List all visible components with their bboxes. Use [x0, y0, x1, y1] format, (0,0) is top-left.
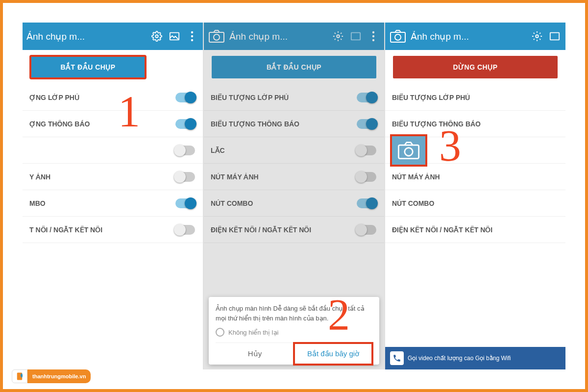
gallery-icon[interactable] [349, 29, 363, 43]
dialog-cancel-button[interactable]: Hủy [216, 343, 294, 365]
svg-point-3 [191, 35, 193, 37]
toggle-switch[interactable] [175, 119, 195, 129]
setting-row[interactable]: NÚT COMBO [204, 190, 384, 217]
toolbar: Ảnh chụp m... [204, 23, 384, 50]
svg-point-0 [155, 35, 158, 38]
svg-point-9 [372, 31, 374, 33]
setting-row[interactable]: LẮC [204, 137, 384, 164]
watermark-text: thanhtrungmobile.vn [27, 369, 91, 383]
app-title: Ảnh chụp m... [411, 31, 469, 42]
overflow-icon[interactable] [367, 29, 380, 43]
settings-icon[interactable] [150, 29, 164, 43]
svg-point-2 [191, 31, 193, 33]
overflow-icon[interactable] [185, 29, 199, 43]
radio-icon [216, 328, 224, 337]
floating-camera-icon[interactable] [392, 136, 425, 165]
toggle-switch[interactable] [357, 93, 376, 102]
app-title: Ảnh chụp m... [229, 31, 288, 42]
toggle-switch[interactable] [175, 146, 195, 155]
setting-row[interactable]: ĐIỆN KẾT NỐI / NGẮT KẾT NỐI [385, 217, 565, 243]
setting-row[interactable]: MBO [23, 190, 203, 217]
settings-icon[interactable] [331, 29, 345, 43]
toggle-switch[interactable] [175, 93, 195, 102]
svg-point-17 [405, 148, 413, 156]
camera-icon [208, 29, 225, 44]
permission-dialog: Ảnh chụp màn hình Dễ dàng sẽ bắt đầu chụ… [209, 297, 379, 365]
toggle-switch[interactable] [357, 198, 376, 208]
svg-point-6 [214, 34, 220, 40]
svg-point-7 [337, 35, 340, 38]
toolbar: Ảnh chụp m... [23, 23, 203, 50]
setting-row[interactable]: T NỐI / NGẮT KẾT NỐI [23, 217, 203, 243]
svg-rect-8 [351, 33, 360, 40]
setting-row[interactable]: BIỂU TƯỢNG THÔNG BÁO [204, 111, 384, 137]
setting-row[interactable]: ỢNG THÔNG BÁO [23, 111, 203, 137]
toggle-switch[interactable] [357, 225, 376, 235]
watermark: thanhtrungmobile.vn [12, 369, 91, 383]
step-annotation: 2 [328, 290, 350, 340]
gallery-icon[interactable] [168, 29, 181, 43]
gallery-icon[interactable] [548, 29, 562, 43]
start-capture-button[interactable]: BẮT ĐẦU CHỤP [30, 56, 146, 78]
toggle-switch[interactable] [357, 172, 376, 182]
stop-capture-button[interactable]: DỪNG CHỤP [393, 56, 558, 78]
svg-point-10 [372, 35, 374, 37]
toolbar: Ảnh chụp m... [385, 23, 565, 50]
toggle-switch[interactable] [175, 225, 195, 235]
toggle-switch[interactable] [175, 198, 195, 208]
toggle-switch[interactable] [357, 146, 376, 155]
settings-list: ỢNG LỚP PHỦ ỢNG THÔNG BÁO Y ẢNH MBO T NỐ… [23, 84, 203, 243]
svg-point-4 [191, 39, 193, 41]
setting-row[interactable]: NÚT COMBO [385, 190, 565, 217]
setting-row[interactable]: NÚT MÁY ẢNH [385, 164, 565, 190]
panel-2: Ảnh chụp m... BẮT ĐẦU CHỤP BIỂU TƯỢNG LỚ… [203, 23, 384, 369]
settings-list: BIỂU TƯỢNG LỚP PHỦ BIỂU TƯỢNG THÔNG BÁO … [204, 84, 384, 243]
watermark-logo-icon [12, 369, 27, 383]
setting-row[interactable]: BIỂU TƯỢNG LỚP PHỦ [204, 84, 384, 111]
start-capture-button[interactable]: BẮT ĐẦU CHỤP [212, 56, 376, 78]
setting-row[interactable] [23, 137, 203, 164]
panel-3: Ảnh chụp m... DỪNG CHỤP BIỂU TƯỢNG LỚP P… [384, 23, 565, 369]
svg-point-11 [372, 39, 374, 41]
setting-row[interactable]: ĐIỆN KẾT NỐI / NGẮT KẾT NỐI [204, 217, 384, 243]
toggle-switch[interactable] [175, 172, 195, 182]
step-annotation: 1 [118, 86, 140, 137]
setting-row[interactable]: ỢNG LỚP PHỦ [23, 84, 203, 111]
dialog-start-button[interactable]: Bắt đầu bây giờ [294, 343, 372, 365]
settings-icon[interactable] [530, 29, 544, 43]
setting-row[interactable]: BIỂU TƯỢNG THÔNG BÁO [385, 111, 565, 137]
svg-point-14 [536, 35, 539, 38]
svg-rect-15 [550, 33, 559, 40]
svg-point-13 [395, 34, 401, 40]
setting-row[interactable]: NÚT MÁY ẢNH [204, 164, 384, 190]
toggle-switch[interactable] [357, 119, 376, 129]
setting-row[interactable]: BIỂU TƯỢNG LỚP PHỦ [385, 84, 565, 111]
ad-banner[interactable]: Gọi video chất lượng cao Gọi bằng Wifi [385, 347, 565, 369]
panel-1: Ảnh chụp m... BẮT ĐẦU CHỤP ỢNG LỚP PHỦ Ợ… [23, 23, 203, 369]
ad-text: Gọi video chất lượng cao Gọi bằng Wifi [408, 355, 511, 362]
app-title: Ảnh chụp m... [26, 31, 85, 42]
step-annotation: 3 [439, 121, 461, 171]
ad-icon [390, 351, 404, 365]
camera-icon [389, 29, 407, 44]
setting-row[interactable]: Y ẢNH [23, 164, 203, 190]
